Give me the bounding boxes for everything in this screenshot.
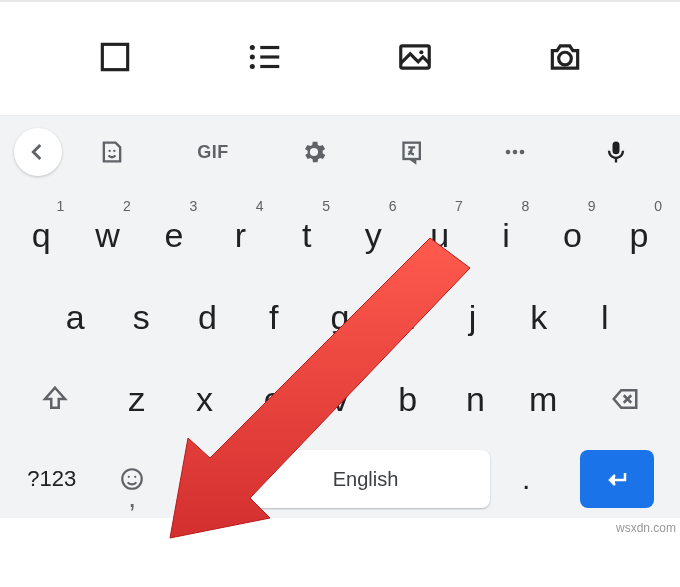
space-key[interactable]: English [242, 440, 490, 518]
key-m[interactable]: m [509, 358, 577, 440]
key-k[interactable]: k [506, 276, 572, 358]
keyboard-row-1: 1q 2w 3e 4r 5t 6y 7u 8i 9o 0p [4, 194, 676, 276]
svg-point-10 [109, 150, 111, 152]
key-q[interactable]: 1q [8, 194, 74, 276]
keyboard-suggestion-bar: GIF [0, 116, 680, 188]
app-toolbar [0, 0, 680, 116]
mic-icon[interactable] [565, 138, 666, 166]
gear-icon[interactable] [263, 138, 364, 166]
sticker-icon[interactable] [62, 138, 163, 166]
key-u[interactable]: 7u [406, 194, 472, 276]
enter-key[interactable] [563, 440, 672, 518]
svg-point-3 [250, 63, 255, 68]
key-x[interactable]: x [171, 358, 239, 440]
emoji-key[interactable]: , [96, 440, 169, 518]
key-c[interactable]: c [238, 358, 306, 440]
key-v[interactable]: v [306, 358, 374, 440]
svg-point-20 [134, 476, 136, 478]
bullet-list-icon[interactable] [246, 38, 284, 80]
svg-point-19 [128, 476, 130, 478]
key-e[interactable]: 3e [141, 194, 207, 276]
more-icon[interactable] [465, 138, 566, 166]
watermark: wsxdn.com [616, 521, 676, 535]
translate-icon[interactable] [364, 138, 465, 166]
keyboard: 1q 2w 3e 4r 5t 6y 7u 8i 9o 0p a s d f g … [0, 188, 680, 518]
svg-rect-0 [102, 44, 127, 69]
keyboard-row-3: z x c v b n m [4, 358, 676, 440]
gif-button[interactable]: GIF [163, 142, 264, 163]
key-h[interactable]: h [373, 276, 439, 358]
key-s[interactable]: s [108, 276, 174, 358]
key-z[interactable]: z [103, 358, 171, 440]
svg-point-9 [559, 52, 572, 65]
symbols-key[interactable]: ?123 [8, 440, 96, 518]
key-o[interactable]: 9o [539, 194, 605, 276]
key-d[interactable]: d [174, 276, 240, 358]
key-g[interactable]: g [307, 276, 373, 358]
key-l[interactable]: l [572, 276, 638, 358]
shift-key[interactable] [8, 358, 103, 440]
key-n[interactable]: n [442, 358, 510, 440]
svg-point-2 [250, 54, 255, 59]
svg-point-13 [506, 150, 511, 155]
backspace-key[interactable] [577, 358, 672, 440]
stop-icon[interactable] [96, 38, 134, 80]
key-w[interactable]: 2w [74, 194, 140, 276]
svg-point-14 [513, 150, 518, 155]
key-j[interactable]: j [439, 276, 505, 358]
keyboard-row-2: a s d f g h j k l [4, 276, 676, 358]
svg-point-1 [250, 44, 255, 49]
key-p[interactable]: 0p [606, 194, 672, 276]
svg-point-11 [113, 150, 115, 152]
key-t[interactable]: 5t [274, 194, 340, 276]
svg-point-15 [520, 150, 525, 155]
keyboard-row-4: ?123 , English . [4, 440, 676, 518]
collapse-button[interactable] [14, 128, 62, 176]
key-f[interactable]: f [241, 276, 307, 358]
key-r[interactable]: 4r [207, 194, 273, 276]
globe-key[interactable] [169, 440, 242, 518]
image-icon[interactable] [396, 38, 434, 80]
period-key[interactable]: . [490, 440, 563, 518]
key-a[interactable]: a [42, 276, 108, 358]
svg-point-8 [419, 50, 423, 54]
key-b[interactable]: b [374, 358, 442, 440]
key-y[interactable]: 6y [340, 194, 406, 276]
camera-icon[interactable] [546, 38, 584, 80]
key-i[interactable]: 8i [473, 194, 539, 276]
